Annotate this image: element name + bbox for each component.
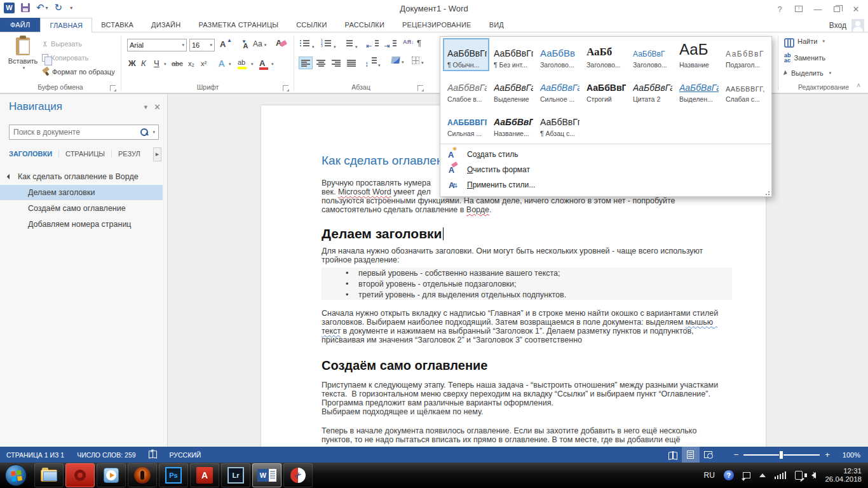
line-spacing-dropdown-icon[interactable]: ▾: [378, 63, 381, 67]
nav-tabs-overflow-button[interactable]: ▶: [153, 147, 161, 161]
taskbar-word-button[interactable]: W: [252, 463, 281, 487]
text-effects-button[interactable]: А: [219, 58, 224, 69]
replace-button[interactable]: abacЗаменить: [784, 53, 825, 63]
style-heading3[interactable]: АаБбВвГЗаголово...: [628, 38, 675, 71]
decrease-indent-button[interactable]: ⇤: [366, 39, 378, 50]
paste-button[interactable]: Вставить ▾: [6, 37, 39, 71]
text-effects-dropdown-icon[interactable]: ▾: [229, 62, 231, 67]
taskbar-media-player-button[interactable]: [97, 463, 126, 487]
heading-item-2[interactable]: Создаём само оглавление: [0, 201, 163, 216]
clear-formatting-button[interactable]: А: [276, 38, 287, 48]
show-marks-button[interactable]: ¶: [417, 38, 421, 48]
start-button[interactable]: [5, 464, 27, 486]
bullet-list-dropdown-icon[interactable]: ▾: [312, 44, 315, 49]
grow-font-button[interactable]: А: [220, 39, 226, 49]
subscript-button[interactable]: х₂: [188, 60, 194, 67]
multilevel-list-dropdown-icon[interactable]: ▾: [355, 44, 358, 49]
help-button[interactable]: ?: [770, 0, 789, 18]
tab-home[interactable]: ГЛАВНАЯ: [40, 18, 92, 32]
sign-in-area[interactable]: Вход: [829, 19, 864, 32]
font-size-combo[interactable]: 16▾: [189, 39, 215, 51]
find-button[interactable]: Найти▾: [784, 37, 825, 45]
style-normal[interactable]: АаБбВвГг,¶ Обычн...: [443, 38, 489, 71]
collapse-triangle-icon[interactable]: [7, 174, 12, 179]
network-signal-icon[interactable]: [775, 471, 787, 479]
print-layout-button[interactable]: [682, 447, 700, 463]
restore-button[interactable]: [827, 0, 846, 18]
page-indicator[interactable]: СТРАНИЦА 1 ИЗ 1: [6, 451, 64, 459]
clipboard-dialog-launcher[interactable]: [110, 85, 116, 91]
popup-resize-handle[interactable]: [764, 190, 770, 195]
help-tray-icon[interactable]: ?: [724, 470, 734, 480]
line-spacing-button[interactable]: ↕▾: [365, 57, 381, 69]
heading-item-3[interactable]: Добавляем номера страниц: [0, 217, 163, 232]
cut-button[interactable]: ✂Вырезать: [42, 37, 82, 50]
window-switch-icon[interactable]: [743, 472, 750, 478]
search-options-dropdown-icon[interactable]: ▾: [153, 130, 155, 135]
tab-design[interactable]: ДИЗАЙН: [142, 18, 189, 32]
style-subtitle[interactable]: АаБбВвГПодзагол...: [721, 38, 768, 71]
language-indicator[interactable]: РУССКИЙ: [170, 451, 201, 459]
tab-insert[interactable]: ВСТАВКА: [92, 18, 142, 32]
style-quote2[interactable]: АаБбВвГгЦитата 2: [628, 72, 675, 105]
apply-styles-menu-item[interactable]: А⇅ Применить стили...: [440, 177, 771, 193]
read-mode-button[interactable]: [664, 447, 682, 463]
font-family-combo[interactable]: Arial▾: [127, 39, 187, 51]
highlight-dropdown-icon[interactable]: ▾: [251, 62, 254, 67]
heading-item-root[interactable]: Как сделать оглавление в Ворде: [0, 169, 168, 184]
multilevel-list-button[interactable]: ▾: [343, 39, 358, 50]
taskbar-opera-button[interactable]: [65, 463, 95, 487]
create-style-menu-item[interactable]: А✱ Создать стиль: [440, 147, 771, 162]
format-painter-button[interactable]: Формат по образцу: [42, 65, 115, 78]
zoom-in-button[interactable]: +: [825, 450, 830, 459]
style-strong[interactable]: АаБбВвГг,Строгий: [582, 72, 628, 105]
style-subtle-reference[interactable]: ААББВВГГ,Слабая с...: [721, 72, 768, 105]
tab-view[interactable]: ВИД: [480, 18, 513, 32]
close-button[interactable]: ✕: [846, 0, 865, 18]
nav-tab-results[interactable]: РЕЗУЛ: [118, 150, 145, 158]
user-avatar[interactable]: [851, 19, 864, 32]
nav-tab-pages[interactable]: СТРАНИЦЫ: [65, 150, 112, 158]
style-subtle-emphasis[interactable]: АаБбВвГгСлабое в...: [443, 72, 489, 105]
select-button[interactable]: Выделить▾: [784, 69, 831, 77]
font-dialog-launcher[interactable]: [283, 85, 288, 91]
justify-button[interactable]: [344, 57, 358, 69]
style-list-paragraph[interactable]: АаБбВвГг,¶ Абзац с...: [536, 107, 582, 140]
align-left-button[interactable]: [299, 57, 313, 69]
proofing-status-icon[interactable]: ✗: [149, 451, 157, 459]
increase-indent-button[interactable]: ⇥: [384, 39, 396, 50]
align-right-button[interactable]: [329, 57, 343, 69]
clear-formatting-menu-item[interactable]: А Очистить формат: [440, 162, 771, 177]
change-case-dropdown-icon[interactable]: ▾: [264, 43, 267, 47]
collapse-ribbon-button[interactable]: ˄: [857, 82, 860, 89]
taskbar-acrobat-button[interactable]: A: [190, 463, 219, 487]
language-switcher[interactable]: RU: [704, 471, 715, 480]
ribbon-display-options-button[interactable]: ↑: [789, 0, 808, 18]
tab-file[interactable]: ФАЙЛ: [0, 18, 40, 32]
style-emphasis[interactable]: АаБбВвГгВыделение: [489, 72, 536, 105]
align-center-button[interactable]: [314, 57, 328, 69]
strikethrough-button[interactable]: abc: [172, 60, 183, 67]
web-layout-button[interactable]: [700, 447, 717, 463]
tab-page-layout[interactable]: РАЗМЕТКА СТРАНИЦЫ: [189, 18, 287, 32]
shading-dropdown-icon[interactable]: ▾: [402, 60, 404, 64]
shading-button[interactable]: ▾: [391, 57, 404, 65]
underline-dropdown-icon[interactable]: ▾: [164, 62, 166, 67]
zoom-slider[interactable]: [743, 454, 820, 456]
style-intense-reference[interactable]: ААББВВГГ,Сильная ...: [443, 107, 489, 140]
italic-button[interactable]: К: [141, 58, 146, 68]
copy-button[interactable]: Копировать: [42, 51, 88, 64]
heading-item-1[interactable]: Делаем заголовки: [0, 185, 163, 200]
taskbar-photoshop-button[interactable]: Ps: [159, 463, 188, 487]
taskbar-audio-app-button[interactable]: [128, 463, 157, 487]
taskbar-snipping-button[interactable]: ✂: [283, 463, 313, 487]
sign-in-label[interactable]: Вход: [829, 21, 846, 30]
navigation-options-dropdown-icon[interactable]: ▾: [144, 103, 148, 111]
style-book-title[interactable]: АаБбВвГгНазвание...: [489, 107, 536, 140]
bold-button[interactable]: Ж: [128, 58, 136, 68]
zoom-percentage[interactable]: 100%: [843, 451, 860, 459]
word-count[interactable]: ЧИСЛО СЛОВ: 259: [77, 451, 135, 459]
nav-tab-headings[interactable]: ЗАГОЛОВКИ: [9, 150, 59, 158]
borders-button[interactable]: ▾: [412, 57, 424, 65]
style-heading1[interactable]: АаБбВвЗаголово...: [536, 38, 582, 71]
